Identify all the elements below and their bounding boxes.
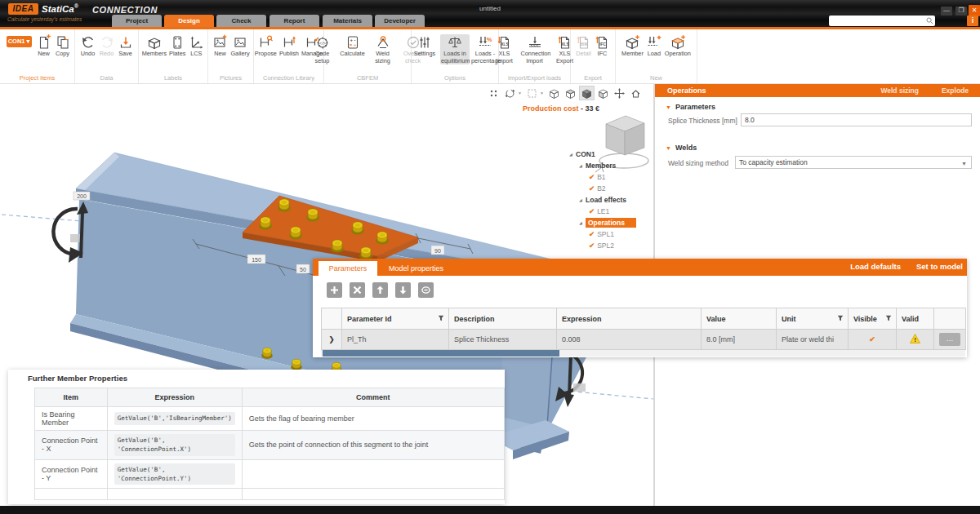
ribbon-button-operation[interactable]: Operation [664,34,692,58]
info-button[interactable]: i [967,16,978,26]
cell-parameter-id[interactable]: Pl_Th [342,330,449,350]
bolt[interactable] [331,240,344,253]
search-input[interactable] [831,16,925,26]
tab-parameters[interactable]: Parameters [318,261,377,276]
tree-item-load-effects[interactable]: ◢Load effects [568,194,653,206]
orbit-icon[interactable] [503,86,517,100]
ribbon-button-lcs[interactable]: LCS [187,34,205,58]
parameter-row[interactable]: ❯Pl_ThSplice Thickness0.0088.0 [mm]Plate… [322,330,966,350]
ribbon-button-save[interactable]: Save [117,34,135,58]
tab-materials[interactable]: Materials [323,15,372,27]
cell-value[interactable]: 8.0 [mm] [702,330,777,350]
close-button[interactable]: ✕ [969,5,980,16]
expander-icon[interactable]: ◢ [579,197,586,202]
search-box[interactable] [829,16,935,26]
ribbon-button-settings[interactable]: Settings [410,34,439,58]
scrollbar-thumb[interactable] [323,350,559,357]
ribbon-button-xls-import[interactable]: XLSXLS Import [490,34,519,64]
column-header-value[interactable]: Value [702,308,777,330]
chevron-down-icon[interactable]: ▼ [518,91,522,95]
bolt[interactable] [291,359,302,370]
bolt[interactable] [261,348,273,359]
bolt[interactable] [376,232,389,245]
tab-check[interactable]: Check [216,15,266,27]
row-expander[interactable]: ❯ [322,330,342,350]
maximize-button[interactable]: ❐ [956,7,967,16]
cell-valid[interactable]: ! [897,330,934,350]
ribbon-button-member[interactable]: Member [621,34,644,58]
ribbon-button-publish[interactable]: Publish [278,34,300,58]
dots-grid-icon[interactable] [487,86,501,100]
ribbon-button-ifc[interactable]: IFCIFC [594,34,612,58]
weld-sizing-action[interactable]: Weld sizing [880,86,919,95]
add-button[interactable] [327,282,342,298]
tree-item-spl1[interactable]: ✔SPL1 [568,228,653,240]
ribbon-button-weld-sizing[interactable]: Weld sizing [368,34,398,64]
cell-unit[interactable]: Plate or weld thi [777,330,849,350]
ribbon-button-undo[interactable]: Undo [79,34,97,58]
minimize-button[interactable]: — [941,7,952,16]
column-header-blank[interactable] [934,308,966,330]
ribbon-button-load[interactable]: Load [645,34,663,58]
cell-expression[interactable]: 0.008 [557,330,702,350]
expander-icon[interactable]: ◢ [579,220,586,225]
ribbon-button-loads-in-equilibrium[interactable]: Loads in equilibrium [440,34,470,64]
ribbon-button-new[interactable]: New [211,34,229,58]
home-icon[interactable] [629,86,643,100]
ribbon-button-code-setup[interactable]: </>Code setup [308,34,337,64]
ribbon-button-calculate[interactable]: + -× ÷Calculate [338,34,368,58]
cell-more[interactable]: … [934,330,966,350]
column-header-visible[interactable]: Visible [849,308,897,330]
move-up-button[interactable] [372,282,388,298]
tree-item-b1[interactable]: ✔B1 [568,171,653,183]
bolt[interactable] [259,217,272,230]
link-button[interactable] [418,282,434,298]
cell-visible[interactable]: ✔ [849,330,897,350]
tree-item-members[interactable]: ◢Members [568,160,653,171]
column-header-parameter-id[interactable]: Parameter Id [342,308,449,330]
ribbon-button-new[interactable]: New [35,34,53,58]
tab-model-properties[interactable]: Model properties [389,261,443,276]
tab-project[interactable]: Project [112,15,162,27]
load-defaults-button[interactable]: Load defaults [850,262,901,271]
tab-report[interactable]: Report [270,15,319,27]
set-to-model-button[interactable]: Set to model [916,262,963,271]
tree-item-con1[interactable]: ◢CON1 [568,148,653,160]
explode-action[interactable]: Explode [942,86,969,95]
weld-sizing-method-select[interactable]: To capacity estimation▼ [735,156,972,169]
expander-icon[interactable]: ◢ [579,163,586,168]
column-header-unit[interactable]: Unit [777,308,849,330]
tree-item-operations[interactable]: ◢Operations [568,217,653,228]
marquee-select-icon[interactable] [525,86,539,100]
splice-thickness-input[interactable]: 8.0 [741,113,972,126]
bolt[interactable] [278,199,291,212]
ribbon-button-copy[interactable]: Copy [54,34,72,58]
ribbon-button-connection-import[interactable]: Connection Import [520,34,550,64]
column-header-description[interactable]: Description [449,308,557,330]
expander-icon[interactable]: ◢ [569,152,576,157]
tab-design[interactable]: Design [164,15,214,27]
section-welds[interactable]: ▼Welds [666,144,697,152]
ribbon-button-propose[interactable]: Propose [254,34,278,58]
column-header-valid[interactable]: Valid [897,308,934,330]
tree-item-b2[interactable]: ✔B2 [568,183,653,194]
pan-icon[interactable] [612,86,626,100]
ribbon-button-gallery[interactable]: Gallery [229,34,250,58]
ribbon-button-members[interactable]: Members [141,34,167,58]
tree-item-le1[interactable]: ✔LE1 [568,206,653,217]
bolt[interactable] [289,227,302,240]
column-header-blank[interactable] [322,308,342,330]
cube-wireframe-icon[interactable] [547,86,561,100]
cell-description[interactable]: Splice Thickness [449,330,557,350]
bolt[interactable] [351,222,364,235]
cube-shaded-icon[interactable] [564,86,577,100]
horizontal-scrollbar[interactable] [321,350,965,357]
tree-item-spl2[interactable]: ✔SPL2 [568,240,653,251]
delete-button[interactable] [350,282,365,298]
chevron-down-icon[interactable]: ▼ [540,91,544,95]
tab-developer[interactable]: Developer [375,15,425,27]
column-header-expression[interactable]: Expression [557,308,702,330]
move-down-button[interactable] [395,282,411,298]
cube-solid-icon[interactable] [580,86,594,100]
section-parameters[interactable]: ▼Parameters [666,103,715,111]
